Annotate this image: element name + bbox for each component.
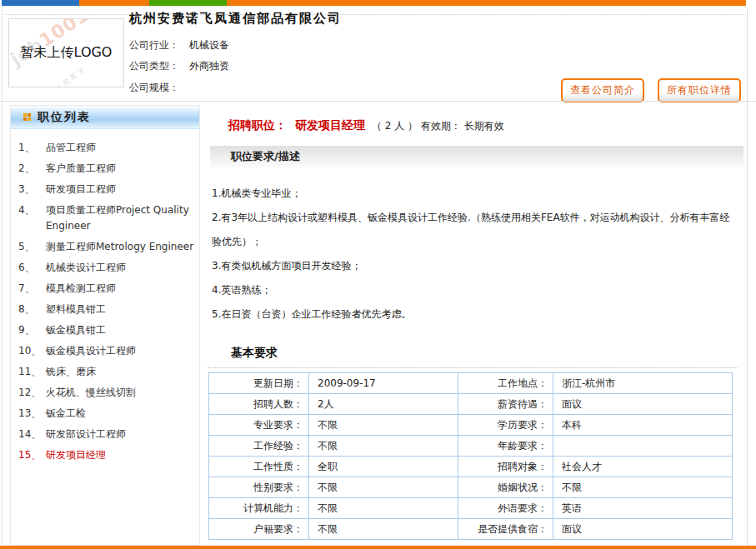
gender-label: 性别要求： [209, 477, 309, 498]
experience-label: 工作经验： [209, 436, 309, 457]
headcount-label: 招聘人数： [209, 394, 309, 415]
job-headcount: （ 2 人 ） [372, 120, 418, 132]
sidebar-item-job-9[interactable]: 9、钣金模具钳工 [18, 322, 194, 338]
sidebar-item-job-4[interactable]: 4、项目质量工程师Project Quality Engineer [18, 202, 194, 234]
company-type-row: 公司类型：外商独资 [129, 59, 229, 73]
sidebar-item-job-12[interactable]: 12、火花机、慢丝线切割 [18, 385, 194, 401]
all-job-details-button[interactable]: 所有职位详情 [658, 78, 741, 102]
sidebar-item-job-11[interactable]: 11、铣床、磨床 [18, 364, 194, 380]
job-number: 14、 [18, 427, 46, 442]
foreign-language-label: 外语要求： [458, 498, 553, 519]
job-header: 招聘职位：研发项目经理（ 2 人 ） 有效期： 长期有效 [206, 118, 746, 133]
experience-value: 不限 [309, 436, 458, 457]
job-nature-label: 工作性质： [209, 457, 309, 477]
company-type-label: 公司类型： [129, 60, 179, 72]
job-link[interactable]: 塑料模具钳工 [46, 302, 106, 317]
foreign-language-value: 英语 [553, 498, 733, 519]
description-line: 4.英语熟练； [212, 278, 735, 302]
job-list: 1、品管工程师 2、客户质量工程师 3、研发项目工程师 4、项目质量工程师Pro… [11, 129, 199, 463]
job-description: 1.机械类专业毕业； 2.有3年以上结构设计或塑料模具、钣金模具设计工作经验.（… [212, 182, 735, 327]
update-date-label: 更新日期： [209, 373, 309, 394]
validity-label: 有效期： [421, 120, 461, 132]
sidebar-item-job-5[interactable]: 5、测量工程师Metrology Engineer [18, 239, 194, 255]
job-title: 研发项目经理 [295, 118, 365, 132]
job-link[interactable]: 模具检测工程师 [46, 281, 116, 297]
major-value: 不限 [309, 415, 458, 436]
major-label: 专业要求： [209, 415, 309, 436]
job-link[interactable]: 品管工程师 [46, 140, 96, 156]
view-company-profile-button[interactable]: 查看公司简介 [561, 78, 644, 102]
sidebar-item-job-13[interactable]: 13、钣金工检 [18, 406, 194, 422]
job-number: 5、 [18, 239, 46, 255]
board-lodging-label: 是否提供食宿： [458, 519, 553, 540]
work-location-value: 浙江-杭州市 [553, 373, 733, 394]
sidebar-item-job-6[interactable]: 6、机械类设计工程师 [18, 260, 194, 276]
sidebar-item-job-8[interactable]: 8、塑料模具钳工 [18, 302, 194, 317]
age-label: 年龄要求： [458, 436, 553, 457]
sidebar-item-job-15-active[interactable]: 15、研发项目经理 [18, 447, 194, 463]
job-list-sidebar: 职位列表 1、品管工程师 2、客户质量工程师 3、研发项目工程师 4、项目质量工… [10, 105, 200, 546]
residency-label: 户籍要求： [209, 519, 309, 540]
headcount-value: 2人 [309, 394, 458, 415]
sidebar-item-job-1[interactable]: 1、品管工程师 [18, 140, 194, 156]
job-nature-value: 全职 [309, 457, 458, 477]
table-row: 性别要求： 不限 婚姻状况： 不限 [209, 477, 733, 498]
company-industry-label: 公司行业： [129, 39, 179, 51]
table-row: 户籍要求： 不限 是否提供食宿： 面议 [209, 519, 733, 540]
table-row: 专业要求： 不限 学历要求： 本科 [209, 415, 733, 436]
description-line: 3.有类似机械方面项目开发经验； [212, 254, 735, 278]
topbar-orange-segment [79, 0, 149, 6]
job-number: 15、 [18, 447, 46, 463]
gender-value: 不限 [309, 477, 458, 498]
job-label: 招聘职位： [228, 118, 287, 132]
company-logo-placeholder: job1001.com 一览英才 暂未上传LOGO [8, 18, 124, 87]
sidebar-item-job-2[interactable]: 2、客户质量工程师 [18, 161, 194, 177]
job-link[interactable]: 铣床、磨床 [46, 364, 96, 380]
job-number: 9、 [18, 322, 46, 338]
target-group-label: 招聘对象： [458, 457, 553, 477]
target-group-value: 社会人才 [553, 457, 733, 477]
job-link[interactable]: 火花机、慢丝线切割 [46, 385, 136, 401]
job-number: 1、 [18, 140, 46, 156]
job-number: 7、 [18, 281, 46, 297]
board-lodging-value: 面议 [553, 519, 733, 540]
basic-requirements-divider [208, 367, 738, 368]
sidebar-item-job-10[interactable]: 10、钣金模具设计工程师 [18, 343, 194, 359]
job-link[interactable]: 项目质量工程师Project Quality Engineer [46, 202, 194, 234]
job-link[interactable]: 钣金模具钳工 [46, 322, 106, 338]
company-industry-value: 机械设备 [189, 39, 229, 51]
residency-value: 不限 [309, 519, 458, 540]
job-link[interactable]: 研发部设计工程师 [46, 427, 126, 442]
job-number: 13、 [18, 406, 46, 422]
sidebar-item-job-7[interactable]: 7、模具检测工程师 [18, 281, 194, 297]
age-value [553, 436, 733, 457]
table-row: 工作性质： 全职 招聘对象： 社会人才 [209, 457, 733, 477]
job-link[interactable]: 钣金工检 [46, 406, 86, 422]
computer-skill-label: 计算机能力： [209, 498, 309, 519]
education-value: 本科 [553, 415, 733, 436]
job-link[interactable]: 机械类设计工程师 [46, 260, 126, 276]
job-link-active[interactable]: 研发项目经理 [46, 447, 106, 463]
job-number: 3、 [18, 182, 46, 197]
job-detail-main: 招聘职位：研发项目经理（ 2 人 ） 有效期： 长期有效 职位要求/描述 1.机… [206, 106, 746, 549]
top-color-bar [2, 0, 746, 6]
basic-requirements-title: 基本要求 [231, 346, 746, 361]
job-link[interactable]: 钣金模具设计工程师 [46, 343, 136, 359]
job-number: 11、 [18, 364, 46, 380]
job-number: 6、 [18, 260, 46, 276]
description-line: 2.有3年以上结构设计或塑料模具、钣金模具设计工作经验.（熟练使用相关FEA软件… [212, 206, 735, 254]
job-number: 4、 [18, 202, 46, 234]
dotted-separator [5, 14, 746, 15]
description-line: 5.在日资（台资）企业工作经验者优先考虑。 [212, 302, 735, 327]
job-link[interactable]: 测量工程师Metrology Engineer [46, 239, 193, 255]
description-line: 1.机械类专业毕业； [212, 182, 735, 206]
sidebar-item-job-14[interactable]: 14、研发部设计工程师 [18, 427, 194, 442]
job-link[interactable]: 研发项目工程师 [46, 182, 116, 197]
job-link[interactable]: 客户质量工程师 [46, 161, 116, 177]
work-location-label: 工作地点： [458, 373, 553, 394]
sidebar-item-job-3[interactable]: 3、研发项目工程师 [18, 182, 194, 197]
no-logo-text: 暂未上传LOGO [9, 19, 123, 87]
marital-status-label: 婚姻状况： [458, 477, 553, 498]
company-size-label: 公司规模： [129, 82, 179, 93]
education-label: 学历要求： [458, 415, 553, 436]
